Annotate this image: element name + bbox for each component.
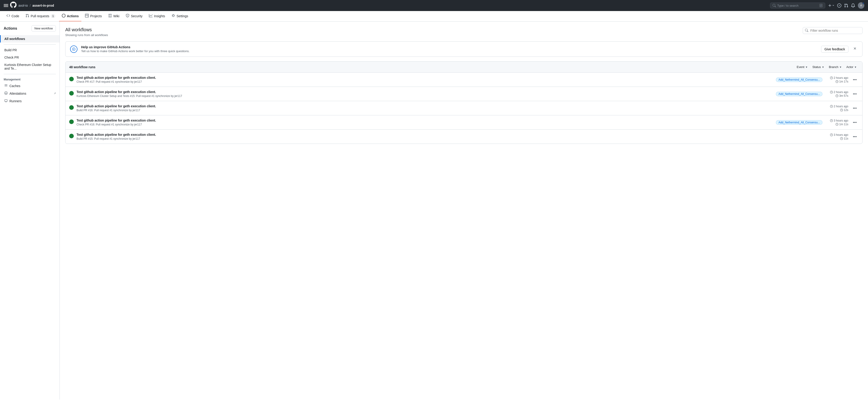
run-meta: Check PR #16: Pull request #1 synchroniz… xyxy=(76,123,773,126)
sidebar-item-check-pr[interactable]: Check PR xyxy=(0,54,60,61)
run-more-options-button[interactable]: ••• xyxy=(851,120,859,125)
top-nav-left: axol-io / assert-in-prod xyxy=(4,2,54,9)
run-branch-badge[interactable]: Add_Nethermind_All_Consensu... xyxy=(776,78,823,82)
run-duration: 12s xyxy=(840,109,848,112)
projects-icon xyxy=(85,14,89,18)
run-title[interactable]: Test github action pipeline for geth exe… xyxy=(76,119,773,122)
management-section-label: Management xyxy=(0,76,60,82)
run-time-ago-text: 2 hours ago xyxy=(834,105,848,108)
run-time-ago-text: 2 hours ago xyxy=(834,91,848,94)
run-title[interactable]: Test github action pipeline for geth exe… xyxy=(76,76,773,80)
avatar-status-dot xyxy=(863,2,864,4)
run-info: Test github action pipeline for geth exe… xyxy=(76,133,823,141)
run-more-options-button[interactable]: ••• xyxy=(851,105,859,111)
search-kbd: / xyxy=(819,4,823,7)
content-header: All workflows Showing runs from all work… xyxy=(65,27,863,37)
run-duration-text: 11s xyxy=(844,137,848,140)
run-duration: 1m 17s xyxy=(836,80,848,83)
check-pr-label: Check PR xyxy=(4,56,19,59)
give-feedback-button[interactable]: Give feedback xyxy=(821,46,849,53)
actions-nav-label: Actions xyxy=(67,14,79,18)
build-pr-label: Build PR xyxy=(4,48,17,52)
user-avatar[interactable]: A xyxy=(858,2,864,9)
sidebar-header: Actions New workflow xyxy=(0,25,60,35)
run-duration: 1m 11s xyxy=(836,123,848,126)
run-branch-badge[interactable]: Add_Nethermind_All_Consensu... xyxy=(776,120,823,125)
event-filter-button[interactable]: Event ▼ xyxy=(795,64,810,70)
workflow-runs-header: 48 workflow runs Event ▼ Status ▼ Branch… xyxy=(65,62,862,72)
nav-item-code[interactable]: Code xyxy=(4,11,22,21)
run-success-icon xyxy=(69,134,74,140)
nav-item-pull-requests[interactable]: Pull requests 1 xyxy=(23,11,58,21)
actor-filter-label: Actor xyxy=(846,65,853,69)
branch-chevron-icon: ▼ xyxy=(839,66,842,68)
status-chevron-icon: ▼ xyxy=(822,66,824,68)
run-more-options-button[interactable]: ••• xyxy=(851,134,859,140)
status-filter-button[interactable]: Status ▼ xyxy=(810,64,826,70)
sidebar-item-caches[interactable]: Caches xyxy=(0,82,60,90)
repo-name-link[interactable]: assert-in-prod xyxy=(32,4,54,7)
nav-item-insights[interactable]: Insights xyxy=(146,11,168,21)
feedback-title: Help us improve GitHub Actions xyxy=(81,45,817,49)
sidebar-item-all-workflows[interactable]: All workflows xyxy=(0,35,60,42)
nav-item-wiki[interactable]: Wiki xyxy=(105,11,122,21)
branch-filter-button[interactable]: Branch ▼ xyxy=(827,64,844,70)
run-time-ago-text: 3 hours ago xyxy=(834,119,848,122)
run-more-options-button[interactable]: ••• xyxy=(851,91,859,97)
page-title: All workflows xyxy=(65,27,108,32)
nav-item-settings[interactable]: Settings xyxy=(169,11,191,21)
run-info: Test github action pipeline for geth exe… xyxy=(76,90,773,98)
table-row: Test github action pipeline for geth exe… xyxy=(65,115,862,130)
caches-label: Caches xyxy=(9,84,20,88)
create-new-button[interactable] xyxy=(828,4,834,7)
filter-workflow-runs-input[interactable] xyxy=(803,27,863,34)
run-time-ago-text: 2 hours ago xyxy=(834,76,848,80)
attestations-icon xyxy=(4,91,8,95)
pr-nav-label: Pull requests xyxy=(31,14,49,18)
kurtosis-label: Kurtosis Ethereum Cluster Setup and Te..… xyxy=(4,63,56,70)
run-timing: 3 hours ago 11s xyxy=(825,133,848,140)
nav-item-security[interactable]: Security xyxy=(123,11,145,21)
github-logo[interactable] xyxy=(10,2,17,9)
insights-nav-label: Insights xyxy=(154,14,165,18)
main-layout: Actions New workflow All workflows Build… xyxy=(0,22,868,400)
nav-item-projects[interactable]: Projects xyxy=(82,11,104,21)
settings-nav-label: Settings xyxy=(177,14,188,18)
run-more-options-button[interactable]: ••• xyxy=(851,77,859,83)
hamburger-menu[interactable] xyxy=(4,3,8,8)
table-row: Test github action pipeline for geth exe… xyxy=(65,87,862,101)
run-success-icon xyxy=(69,105,74,111)
notifications-button[interactable] xyxy=(851,3,855,7)
sidebar-item-kurtosis[interactable]: Kurtosis Ethereum Cluster Setup and Te..… xyxy=(0,61,60,72)
actor-filter-button[interactable]: Actor ▼ xyxy=(844,64,859,70)
run-timing: 2 hours ago 12s xyxy=(825,105,848,112)
security-icon xyxy=(126,14,129,18)
nav-item-actions[interactable]: Actions xyxy=(59,11,81,21)
global-search[interactable]: Type / to search / xyxy=(770,2,825,8)
pull-requests-nav-button[interactable] xyxy=(844,3,848,7)
repo-owner-link[interactable]: axol-io xyxy=(19,4,28,7)
run-title[interactable]: Test github action pipeline for geth exe… xyxy=(76,104,823,108)
close-feedback-banner-button[interactable] xyxy=(852,46,858,52)
sidebar-item-attestations[interactable]: Attestations ↗ xyxy=(0,90,60,97)
svg-rect-1 xyxy=(4,5,8,6)
run-branch-badge[interactable]: Add_Nethermind_All_Consensu... xyxy=(776,92,823,96)
run-info: Test github action pipeline for geth exe… xyxy=(76,119,773,126)
run-title[interactable]: Test github action pipeline for geth exe… xyxy=(76,90,773,94)
run-success-icon xyxy=(69,77,74,83)
run-time-ago: 2 hours ago xyxy=(830,76,848,80)
run-title[interactable]: Test github action pipeline for geth exe… xyxy=(76,133,823,136)
search-placeholder: Type / to search xyxy=(777,4,818,7)
issues-button[interactable] xyxy=(837,3,841,7)
main-content: All workflows Showing runs from all work… xyxy=(60,22,868,400)
run-timing: 3 hours ago 1m 11s xyxy=(825,119,848,126)
run-meta-text: Kurtosis Ethereum Cluster Setup and Test… xyxy=(76,94,182,98)
run-meta: Build PR #16: Pull request #1 synchroniz… xyxy=(76,109,823,112)
sidebar-item-build-pr[interactable]: Build PR xyxy=(0,47,60,54)
page-subtitle: Showing runs from all workflows xyxy=(65,33,108,37)
new-workflow-button[interactable]: New workflow xyxy=(31,25,56,31)
run-success-icon xyxy=(69,120,74,125)
run-success-icon xyxy=(69,91,74,97)
sidebar-item-runners[interactable]: Runners xyxy=(0,97,60,105)
breadcrumb-separator: / xyxy=(30,4,31,7)
